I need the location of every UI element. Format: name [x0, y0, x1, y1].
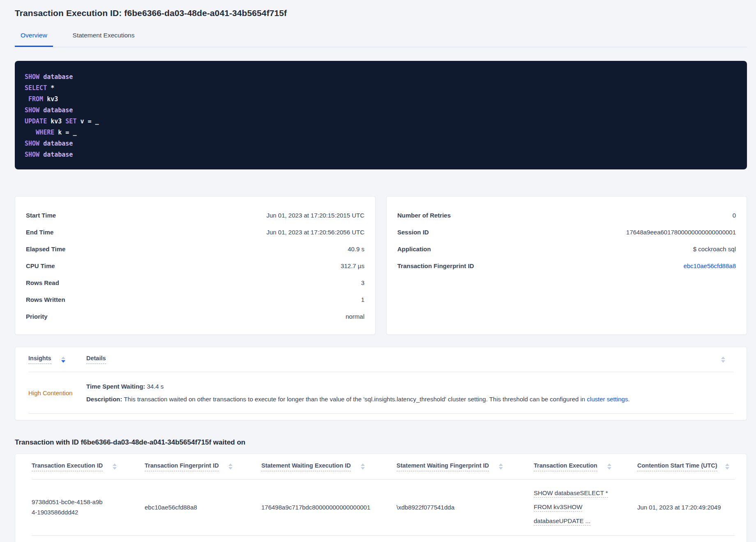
summary-label: Application [397, 246, 431, 252]
cell-transaction-execution-link[interactable]: SHOW databaseSELECT * FROM kv3SHOW datab… [534, 486, 637, 528]
sort-icon [361, 463, 365, 470]
page-title: Transaction Execution ID: f6be6366-da03-… [15, 7, 747, 19]
column-header-label: Contention Start Time (UTC) [637, 462, 717, 471]
column-header-contention-start-time-utc-[interactable]: Contention Start Time (UTC) [637, 462, 735, 471]
insight-row: High Contention Time Spent Waiting: 34.4… [28, 372, 733, 414]
sql-line: FROM kv3 [25, 94, 737, 105]
summary-value: 0 [733, 212, 736, 219]
summary-label: Transaction Fingerprint ID [397, 262, 474, 269]
column-header-details[interactable]: Details [86, 355, 721, 364]
summary-label: Rows Written [26, 296, 65, 303]
summary-card-right: Number of Retries0Session ID17648a9eea60… [386, 196, 747, 335]
column-header-label: Transaction Fingerprint ID [145, 462, 219, 471]
sort-icon [607, 463, 611, 470]
transaction-details-page: Transaction Execution ID: f6be6366-da03-… [0, 0, 756, 542]
summary-label: End Time [26, 229, 53, 236]
sql-line: SHOW database [25, 105, 737, 116]
time-spent-waiting: Time Spent Waiting: 34.4 s [86, 382, 733, 391]
sort-icon [61, 357, 65, 363]
summary-row: Application$ cockroach sql [397, 241, 736, 257]
summary-label: CPU Time [26, 262, 55, 269]
summary-row: Elapsed Time40.9 s [26, 241, 364, 257]
summary-row: Rows Written1 [26, 291, 364, 308]
insights-table-header: Insights Details [28, 347, 733, 372]
sql-line: SHOW database [25, 149, 737, 160]
summary-value: Jun 01, 2023 at 17:20:56:2056 UTC [266, 229, 364, 236]
column-header-label: Statement Waiting Fingerprint ID [396, 462, 489, 471]
tab-overview[interactable]: Overview [15, 31, 53, 47]
insights-table: Insights Details High Contention Time Sp… [15, 347, 747, 420]
waited-on-heading: Transaction with ID f6be6366-da03-48de-a… [15, 438, 747, 447]
sql-statements-box: SHOW databaseSELECT * FROM kv3SHOW datab… [15, 61, 747, 169]
cell-transaction-execution-id: 9738d051-bc0e-4158-a9b4-1903586ddd42 [32, 497, 114, 517]
summary-card-right-rows: Number of Retries0Session ID17648a9eea60… [397, 207, 736, 274]
summary-label: Elapsed Time [26, 246, 65, 252]
insight-type-badge: High Contention [28, 389, 86, 396]
sort-icon [499, 463, 503, 470]
summary-row: Prioritynormal [26, 308, 364, 325]
sql-line: SHOW database [25, 138, 737, 149]
transaction-fingerprint-link[interactable]: ebc10ae56cfd88a8 [683, 262, 736, 269]
sort-icon [725, 463, 729, 470]
summary-label: Priority [26, 313, 48, 320]
insight-details: Time Spent Waiting: 34.4 s Description: … [86, 382, 733, 404]
summary-cards: Start TimeJun 01, 2023 at 17:20:15:2015 … [15, 196, 747, 335]
sql-line: SELECT * [25, 83, 737, 94]
tab-statement-executions[interactable]: Statement Executions [67, 31, 141, 47]
summary-row: Number of Retries0 [397, 207, 736, 224]
summary-row: Session ID17648a9eea60178000000000000000… [397, 224, 736, 241]
waited-on-row: 9738d051-bc0e-4158-a9b4-1903586ddd42 ebc… [32, 479, 735, 536]
waited-on-table-header: Transaction Execution IDTransaction Fing… [32, 454, 735, 479]
summary-row: End TimeJun 01, 2023 at 17:20:56:2056 UT… [26, 224, 364, 241]
column-header-label: Statement Waiting Execution ID [261, 462, 351, 471]
summary-row: CPU Time312.7 µs [26, 257, 364, 274]
summary-card-left: Start TimeJun 01, 2023 at 17:20:15:2015 … [15, 196, 376, 335]
cluster-settings-link[interactable]: cluster settings [587, 396, 628, 403]
summary-value: normal [346, 313, 364, 320]
sort-icon [721, 357, 725, 363]
column-header-transaction-fingerprint-id[interactable]: Transaction Fingerprint ID [145, 462, 261, 471]
sort-icon [228, 463, 233, 470]
sql-line: SHOW database [25, 72, 737, 83]
summary-value: 312.7 µs [341, 262, 364, 269]
column-header-insights[interactable]: Insights [28, 355, 86, 364]
summary-value: 40.9 s [348, 246, 364, 252]
insight-description: Description: This transaction waited on … [86, 395, 733, 404]
summary-value: 3 [361, 279, 364, 286]
tab-bar: Overview Statement Executions [15, 31, 747, 47]
cell-contention-start-time: Jun 01, 2023 at 17:20:49:2049 [637, 502, 735, 512]
summary-row: Transaction Fingerprint IDebc10ae56cfd88… [397, 257, 736, 274]
summary-label: Number of Retries [397, 212, 451, 219]
column-header-transaction-execution-id[interactable]: Transaction Execution ID [32, 462, 145, 471]
summary-row: Start TimeJun 01, 2023 at 17:20:15:2015 … [26, 207, 364, 224]
sql-line: UPDATE kv3 SET v = _ [25, 116, 737, 127]
insights-column-label: Insights [28, 355, 51, 364]
cell-statement-waiting-fingerprint-id: \xdb8922f077541dda [396, 502, 534, 512]
sort-icon [113, 463, 117, 470]
summary-label: Rows Read [26, 279, 59, 286]
cell-statement-waiting-execution-id: 176498a9c717bdc80000000000000001 [261, 502, 396, 512]
column-header-blank[interactable] [721, 357, 733, 363]
column-header-statement-waiting-execution-id[interactable]: Statement Waiting Execution ID [261, 462, 396, 471]
summary-label: Start Time [26, 212, 56, 219]
column-header-transaction-execution[interactable]: Transaction Execution [534, 462, 637, 471]
summary-card-left-rows: Start TimeJun 01, 2023 at 17:20:15:2015 … [26, 207, 364, 325]
details-column-label: Details [86, 355, 106, 364]
cell-transaction-fingerprint-id: ebc10ae56cfd88a8 [145, 502, 261, 512]
column-header-statement-waiting-fingerprint-id[interactable]: Statement Waiting Fingerprint ID [396, 462, 534, 471]
summary-row: Rows Read3 [26, 274, 364, 291]
column-header-label: Transaction Execution ID [32, 462, 103, 471]
summary-value: Jun 01, 2023 at 17:20:15:2015 UTC [266, 212, 364, 219]
summary-value: 1 [361, 296, 364, 303]
summary-label: Session ID [397, 229, 429, 236]
sql-line: WHERE k = _ [25, 127, 737, 138]
summary-value: $ cockroach sql [693, 246, 736, 252]
summary-value: 17648a9eea6017800000000000000001 [626, 229, 736, 236]
waited-on-table: Transaction Execution IDTransaction Fing… [15, 454, 747, 542]
column-header-label: Transaction Execution [534, 462, 597, 471]
